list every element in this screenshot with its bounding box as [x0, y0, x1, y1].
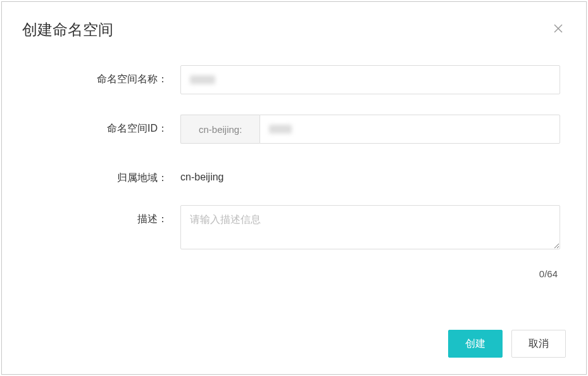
description-char-count: 0/64: [180, 268, 560, 279]
description-label: 描述：: [22, 205, 180, 226]
namespace-name-control: [180, 65, 560, 94]
namespace-id-label: 命名空间ID：: [22, 115, 180, 135]
namespace-name-redacted-value: [190, 75, 215, 84]
region-label: 归属地域：: [22, 164, 180, 185]
close-button[interactable]: [552, 22, 565, 35]
dialog-header: 创建命名空间: [2, 2, 586, 40]
namespace-id-control: cn-beijing:: [180, 115, 560, 144]
namespace-name-row: 命名空间名称：: [22, 65, 566, 94]
create-button[interactable]: 创建: [448, 330, 503, 358]
dialog-footer: 创建 取消: [448, 330, 566, 358]
region-control: cn-beijing: [180, 164, 560, 183]
region-row: 归属地域： cn-beijing: [22, 164, 566, 185]
namespace-id-group: cn-beijing:: [180, 115, 560, 144]
namespace-name-label: 命名空间名称：: [22, 65, 180, 86]
namespace-id-prefix: cn-beijing:: [180, 115, 260, 144]
namespace-id-input[interactable]: [260, 115, 560, 144]
namespace-id-redacted-value: [269, 125, 292, 134]
description-row: 描述： 0/64: [22, 205, 566, 279]
cancel-button[interactable]: 取消: [511, 330, 566, 358]
namespace-name-input[interactable]: [180, 65, 560, 94]
region-value: cn-beijing: [180, 164, 560, 183]
form-body: 命名空间名称： 命名空间ID： cn-beijing: 归属地域：: [2, 40, 586, 279]
namespace-id-row: 命名空间ID： cn-beijing:: [22, 115, 566, 144]
description-control: 0/64: [180, 205, 560, 279]
description-textarea[interactable]: [180, 205, 560, 249]
dialog-title: 创建命名空间: [22, 20, 566, 40]
close-icon: [554, 24, 563, 33]
create-namespace-dialog: 创建命名空间 命名空间名称： 命名空间ID： cn-beijing:: [1, 1, 587, 375]
